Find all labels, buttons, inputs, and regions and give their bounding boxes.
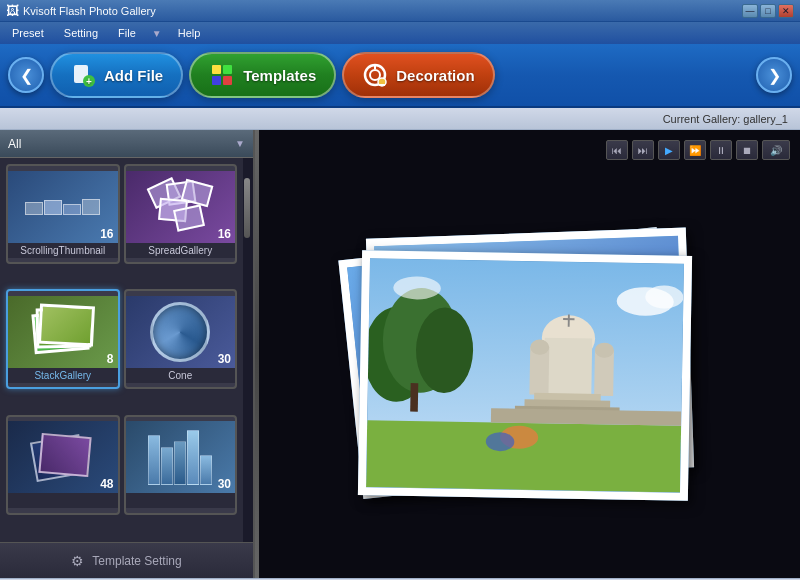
gallery-bar: Current Gallery: gallery_1 (0, 108, 800, 130)
svg-point-8 (370, 70, 380, 80)
decoration-button[interactable]: Decoration (342, 52, 494, 98)
right-panel: ⏮ ⏭ ▶ ⏩ ⏸ ⏹ 🔊 (259, 130, 800, 578)
template-item-stack-gallery[interactable]: 8 StackGallery (6, 289, 120, 389)
template-grid: 16 ScrollingThumbnail 16 (0, 158, 243, 542)
template-count-5: 48 (100, 477, 113, 491)
prev-button[interactable]: ⏭ (632, 140, 654, 160)
template-name-scrolling: ScrollingThumbnail (8, 243, 118, 258)
close-button[interactable]: ✕ (778, 4, 794, 18)
title-bar-left: 🖼 Kvisoft Flash Photo Gallery (6, 3, 156, 18)
title-bar: 🖼 Kvisoft Flash Photo Gallery — □ ✕ (0, 0, 800, 22)
svg-rect-3 (212, 65, 221, 74)
rewind-button[interactable]: ⏮ (606, 140, 628, 160)
template-thumb-cone: 30 (126, 296, 236, 368)
toolbar: ❮ + Add File Templates (0, 44, 800, 108)
template-thumb-scrolling: 16 (8, 171, 118, 243)
add-file-button[interactable]: + Add File (50, 52, 183, 98)
svg-rect-18 (543, 338, 592, 396)
template-count-stack: 8 (107, 352, 114, 366)
template-name-spread: SpreadGallery (126, 243, 236, 258)
gallery-name: Current Gallery: gallery_1 (663, 113, 788, 125)
minimize-button[interactable]: — (742, 4, 758, 18)
menu-bar: Preset Setting File ▼ Help (0, 22, 800, 44)
photo-stack (350, 223, 710, 513)
template-item-spread-gallery[interactable]: 16 SpreadGallery (124, 164, 238, 264)
template-thumb-stack: 8 (8, 296, 118, 368)
templates-icon (209, 62, 235, 88)
main-area: All ▼ 16 ScrollingThum (0, 130, 800, 578)
category-label: All (8, 137, 21, 151)
pause-button[interactable]: ⏸ (710, 140, 732, 160)
svg-rect-16 (410, 383, 418, 412)
svg-text:+: + (86, 76, 92, 87)
title-bar-controls: — □ ✕ (742, 4, 794, 18)
scrollbar-track[interactable] (243, 158, 253, 542)
svg-rect-4 (223, 65, 232, 74)
template-count-6: 30 (218, 477, 231, 491)
volume-button[interactable]: 🔊 (762, 140, 790, 160)
template-setting-button[interactable]: Template Setting (0, 542, 253, 578)
template-name-cone: Cone (126, 368, 236, 383)
decoration-label: Decoration (396, 67, 474, 84)
gear-icon (71, 553, 84, 569)
left-panel: All ▼ 16 ScrollingThum (0, 130, 255, 578)
next-button[interactable]: ⏩ (684, 140, 706, 160)
photo-card-main (357, 250, 691, 501)
svg-rect-5 (212, 76, 221, 85)
menu-setting[interactable]: Setting (60, 25, 102, 41)
menu-preset[interactable]: Preset (8, 25, 48, 41)
template-thumb-5: 48 (8, 421, 118, 493)
template-item-cone[interactable]: 30 Cone (124, 289, 238, 389)
app-title: Kvisoft Flash Photo Gallery (23, 5, 156, 17)
template-name-5 (8, 493, 118, 508)
template-count-spread: 16 (218, 227, 231, 241)
template-item-scrolling-thumbnail[interactable]: 16 ScrollingThumbnail (6, 164, 120, 264)
back-button[interactable]: ❮ (8, 57, 44, 93)
maximize-button[interactable]: □ (760, 4, 776, 18)
decoration-icon (362, 62, 388, 88)
template-name-stack: StackGallery (8, 368, 118, 383)
add-file-label: Add File (104, 67, 163, 84)
template-item-5[interactable]: 48 (6, 415, 120, 515)
forward-button[interactable]: ❯ (756, 57, 792, 93)
add-file-icon: + (70, 62, 96, 88)
svg-rect-6 (223, 76, 232, 85)
preview-area (269, 168, 790, 568)
template-item-6[interactable]: 30 (124, 415, 238, 515)
menu-help[interactable]: Help (174, 25, 205, 41)
template-thumb-spread: 16 (126, 171, 236, 243)
menu-file[interactable]: File (114, 25, 140, 41)
template-thumb-6: 30 (126, 421, 236, 493)
stop-button[interactable]: ⏹ (736, 140, 758, 160)
play-button[interactable]: ▶ (658, 140, 680, 160)
template-count-cone: 30 (218, 352, 231, 366)
templates-label: Templates (243, 67, 316, 84)
app-icon: 🖼 (6, 3, 19, 18)
dropdown-arrow-icon: ▼ (235, 138, 245, 149)
template-setting-label: Template Setting (92, 554, 181, 568)
scrollbar-thumb[interactable] (244, 178, 250, 238)
category-dropdown[interactable]: All ▼ (0, 130, 253, 158)
template-count-scrolling: 16 (100, 227, 113, 241)
template-name-6 (126, 493, 236, 508)
playback-controls: ⏮ ⏭ ▶ ⏩ ⏸ ⏹ 🔊 (269, 140, 790, 160)
templates-button[interactable]: Templates (189, 52, 336, 98)
